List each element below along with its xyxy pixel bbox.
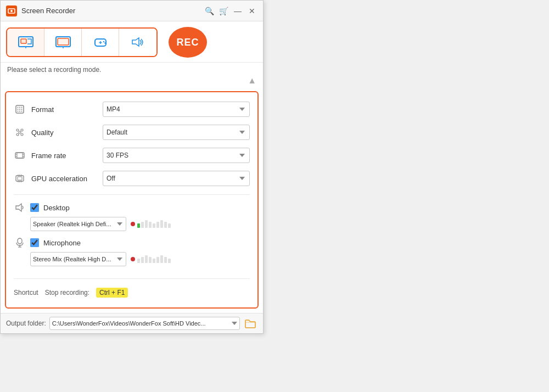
mode-btn-audio[interactable] — [119, 29, 156, 56]
svg-point-24 — [19, 111, 20, 112]
mic-vol-dot — [131, 257, 135, 261]
microphone-row: Microphone — [14, 237, 250, 249]
status-text: Please select a recording mode. — [1, 63, 263, 76]
cart-button[interactable]: 🛒 — [218, 5, 229, 16]
desktop-audio-row: Desktop — [14, 201, 250, 214]
mic-vol-bar-4 — [149, 257, 152, 263]
mic-vol-bar-8 — [164, 257, 167, 263]
gpu-select[interactable]: Off On — [103, 171, 250, 186]
mode-btn-screen[interactable] — [7, 29, 44, 56]
settings-panel: Format MP4 AVI MOV WMV FLV Quality — [5, 91, 259, 309]
vol-bar-8 — [164, 222, 167, 228]
vol-bar-1 — [137, 223, 140, 228]
output-folder-select[interactable]: C:\Users\WonderFox\Videos\WonderFox Soft… — [49, 317, 240, 330]
vol-bar-4 — [149, 222, 152, 228]
svg-point-20 — [18, 109, 19, 110]
mic-vol-bar-1 — [137, 259, 140, 263]
mode-toolbar: REC — [1, 21, 263, 63]
divider-2 — [14, 278, 250, 279]
svg-point-27 — [21, 129, 23, 131]
shortcut-label: Shortcut — [14, 289, 38, 296]
close-button[interactable]: ✕ — [247, 5, 257, 16]
desktop-volume — [131, 220, 171, 228]
microphone-device-select[interactable]: Stereo Mix (Realtek High D... — [30, 252, 126, 266]
app-window: Screen Recorder 🔍 🛒 — ✕ — [0, 0, 264, 334]
vol-bar-2 — [141, 222, 144, 228]
desktop-label: Desktop — [43, 204, 70, 212]
svg-point-25 — [21, 111, 23, 112]
window-controls: 🔍 🛒 — ✕ — [204, 5, 257, 16]
desktop-controls: Speaker (Realtek High Defi... — [30, 217, 250, 231]
svg-marker-15 — [132, 38, 139, 46]
svg-point-1 — [10, 10, 13, 12]
svg-point-19 — [21, 107, 23, 108]
framerate-select[interactable]: 30 FPS 60 FPS 15 FPS 24 FPS — [103, 148, 250, 163]
gpu-label: GPU acceleration — [31, 175, 97, 183]
desktop-audio-icon — [14, 201, 26, 214]
quality-row: Quality Default High Medium Low — [6, 121, 257, 144]
svg-point-13 — [103, 41, 104, 42]
format-select[interactable]: MP4 AVI MOV WMV FLV — [103, 102, 250, 117]
quality-label: Quality — [31, 128, 97, 137]
svg-point-21 — [19, 109, 20, 110]
format-label: Format — [31, 105, 97, 114]
mic-vol-bar-2 — [141, 257, 144, 263]
svg-rect-46 — [18, 238, 22, 244]
mic-vol-bar-9 — [168, 259, 171, 263]
svg-point-29 — [21, 133, 23, 136]
app-icon — [6, 5, 17, 16]
mic-vol-bars — [137, 255, 171, 263]
svg-point-18 — [19, 107, 20, 108]
vol-bar-6 — [156, 222, 159, 228]
svg-rect-38 — [18, 177, 22, 180]
vol-bar-5 — [153, 223, 155, 228]
microphone-checkbox[interactable] — [30, 238, 39, 247]
mode-btn-game[interactable] — [82, 29, 119, 56]
microphone-label: Microphone — [43, 239, 81, 247]
svg-point-28 — [16, 133, 19, 136]
microphone-icon — [14, 237, 26, 249]
framerate-row: Frame rate 30 FPS 60 FPS 15 FPS 24 FPS — [6, 144, 257, 167]
svg-point-23 — [18, 111, 19, 112]
framerate-icon — [14, 149, 26, 161]
svg-point-14 — [104, 42, 105, 43]
mic-vol-bar-5 — [153, 259, 155, 263]
output-folder-label: Output folder: — [6, 320, 46, 327]
mode-btn-fullscreen[interactable] — [44, 29, 82, 56]
desktop-device-select[interactable]: Speaker (Realtek High Defi... — [30, 217, 126, 231]
mic-vol-bar-7 — [160, 255, 163, 263]
svg-rect-32 — [17, 153, 23, 158]
shortcut-row: Shortcut Stop recording: Ctrl + F1 — [6, 283, 257, 302]
svg-marker-45 — [16, 204, 21, 211]
desktop-vol-dot — [131, 222, 135, 226]
minimize-button[interactable]: — — [232, 5, 243, 16]
gpu-row: GPU acceleration Off On — [6, 167, 257, 190]
vol-bar-9 — [168, 223, 171, 228]
microphone-controls: Stereo Mix (Realtek High D... — [30, 252, 250, 266]
svg-rect-9 — [58, 38, 69, 45]
output-footer: Output folder: C:\Users\WonderFox\Videos… — [1, 313, 263, 333]
mode-buttons-group — [6, 27, 158, 57]
browse-folder-button[interactable] — [243, 317, 257, 330]
mic-vol-bar-3 — [145, 255, 148, 263]
rec-button[interactable]: REC — [169, 27, 207, 58]
svg-rect-5 — [21, 39, 26, 43]
divider-1 — [14, 194, 250, 195]
quality-select[interactable]: Default High Medium Low — [103, 125, 250, 140]
framerate-label: Frame rate — [31, 152, 97, 160]
format-icon — [14, 103, 26, 115]
svg-point-17 — [18, 107, 19, 108]
search-button[interactable]: 🔍 — [204, 5, 215, 16]
shortcut-stop-label: Stop recording: — [45, 289, 89, 296]
svg-point-26 — [16, 129, 19, 131]
svg-point-30 — [19, 131, 21, 133]
vol-bar-3 — [145, 220, 148, 228]
svg-rect-31 — [15, 153, 24, 158]
desktop-checkbox[interactable] — [30, 203, 39, 212]
audio-section: Desktop Speaker (Realtek High Defi... — [6, 199, 257, 274]
quality-icon — [14, 126, 26, 138]
scroll-indicator: ▲ — [1, 76, 263, 87]
vol-bar-7 — [160, 220, 163, 228]
shortcut-keys: Ctrl + F1 — [96, 288, 128, 298]
title-bar: Screen Recorder 🔍 🛒 — ✕ — [1, 1, 263, 21]
